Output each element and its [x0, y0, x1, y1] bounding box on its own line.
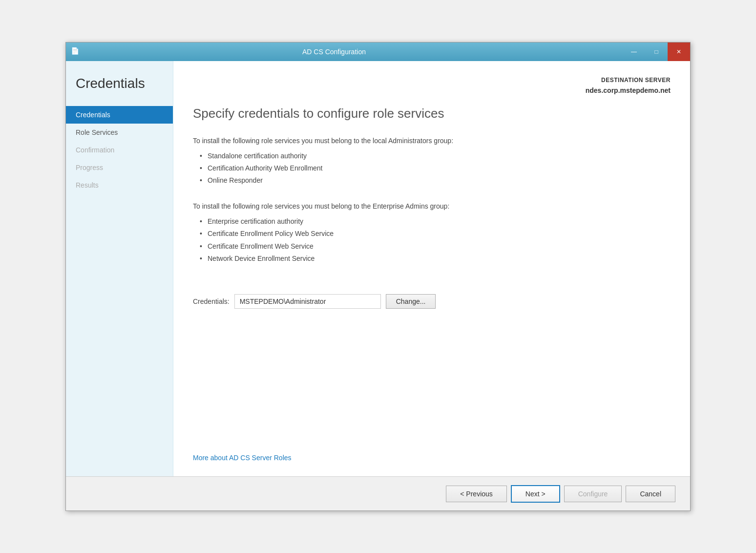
credentials-label: Credentials: — [193, 298, 230, 305]
para1-text: To install the following role services y… — [193, 136, 671, 146]
description-block-1: To install the following role services y… — [193, 136, 671, 192]
list-item: Enterprise certification authority — [208, 215, 671, 228]
credentials-input[interactable] — [234, 294, 381, 309]
para2-text: To install the following role services y… — [193, 201, 671, 212]
page-title: Specify credentials to configure role se… — [193, 106, 671, 121]
next-button[interactable]: Next > — [511, 485, 560, 503]
more-link[interactable]: More about AD CS Server Roles — [193, 444, 671, 462]
sidebar-item-progress: Progress — [66, 159, 173, 176]
minimize-button[interactable]: — — [623, 43, 645, 61]
configure-button[interactable]: Configure — [564, 486, 622, 502]
maximize-button[interactable]: □ — [645, 43, 668, 61]
main-header: DESTINATION SERVER ndes.corp.mstepdemo.n… — [193, 76, 671, 96]
destination-server-info: DESTINATION SERVER ndes.corp.mstepdemo.n… — [586, 76, 671, 96]
list-item: Certificate Enrollment Policy Web Servic… — [208, 228, 671, 240]
main-content: DESTINATION SERVER ndes.corp.mstepdemo.n… — [173, 61, 690, 476]
titlebar: 📄 AD CS Configuration — □ ✕ — [66, 43, 690, 61]
main-window: 📄 AD CS Configuration — □ ✕ Credentials … — [65, 42, 691, 511]
list-item: Network Device Enrollment Service — [208, 253, 671, 265]
sidebar-item-results: Results — [66, 176, 173, 194]
credentials-row: Credentials: Change... — [193, 294, 671, 309]
sidebar-header: Credentials — [66, 71, 173, 106]
app-icon: 📄 — [71, 47, 81, 57]
bullet-list-1: Standalone certification authority Certi… — [193, 150, 671, 187]
previous-button[interactable]: < Previous — [446, 486, 507, 502]
content-area: Credentials Credentials Role Services Co… — [66, 61, 690, 476]
cancel-button[interactable]: Cancel — [626, 486, 675, 502]
list-item: Certificate Enrollment Web Service — [208, 240, 671, 253]
footer: < Previous Next > Configure Cancel — [66, 476, 690, 510]
sidebar-item-credentials[interactable]: Credentials — [66, 106, 173, 124]
sidebar-item-role-services[interactable]: Role Services — [66, 124, 173, 141]
list-item: Standalone certification authority — [208, 150, 671, 162]
window-controls: — □ ✕ — [623, 43, 690, 61]
sidebar-item-confirmation: Confirmation — [66, 141, 173, 159]
change-button[interactable]: Change... — [386, 294, 436, 309]
close-button[interactable]: ✕ — [668, 43, 690, 61]
bullet-list-2: Enterprise certification authority Certi… — [193, 215, 671, 265]
destination-label: DESTINATION SERVER — [586, 76, 671, 85]
list-item: Online Responder — [208, 174, 671, 187]
list-item: Certification Authority Web Enrollment — [208, 162, 671, 174]
window-title: AD CS Configuration — [84, 48, 584, 56]
description-block-2: To install the following role services y… — [193, 201, 671, 270]
destination-value: ndes.corp.mstepdemo.net — [586, 85, 671, 96]
sidebar: Credentials Credentials Role Services Co… — [66, 61, 173, 476]
